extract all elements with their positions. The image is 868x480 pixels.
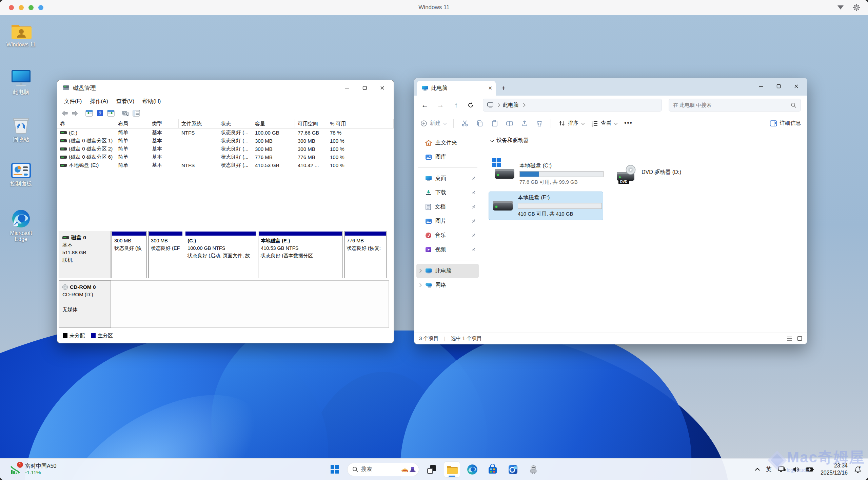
sidebar-item-gallery[interactable]: 图库 — [416, 150, 479, 164]
pane-splitter[interactable] — [57, 169, 394, 226]
console-tree-icon[interactable] — [85, 110, 93, 117]
volume-icon[interactable] — [792, 466, 800, 473]
sidebar-item-desktop[interactable]: 桌面 — [416, 171, 479, 185]
network-icon[interactable] — [778, 466, 786, 473]
sidebar-item-downloads[interactable]: 下载 — [416, 185, 479, 200]
partition-recovery-2[interactable]: 776 MB状态良好 (恢复: — [344, 231, 387, 278]
nav-forward-icon[interactable]: → — [436, 101, 445, 109]
sidebar-item-documents[interactable]: 文档 — [416, 200, 479, 214]
expand-chevron-icon[interactable] — [418, 269, 421, 273]
partition-recovery-1[interactable]: 300 MB状态良好 (恢 — [112, 231, 146, 278]
tab-this-pc[interactable]: 此电脑 ✕ — [417, 81, 496, 96]
col-volume[interactable]: 卷 — [57, 119, 115, 128]
details-pane-button[interactable]: 详细信息 — [770, 120, 801, 127]
menu-help[interactable]: 帮助(H) — [139, 97, 164, 106]
drive-dvd-item[interactable]: DVD DVD 驱动器 (D:) — [612, 161, 714, 185]
minimize-button[interactable] — [752, 79, 770, 93]
col-status[interactable]: 状态 — [218, 119, 252, 128]
volume-row[interactable]: (磁盘 0 磁盘分区 2) 简单基本状态良好 (...300 MB300 MB1… — [57, 145, 394, 153]
thumbnail-view-toggle-icon[interactable] — [797, 336, 802, 341]
tab-close-icon[interactable]: ✕ — [488, 85, 492, 91]
menu-file[interactable]: 文件(F) — [61, 97, 85, 106]
maximize-button[interactable] — [770, 79, 787, 93]
forward-arrow-icon[interactable] — [72, 111, 78, 116]
start-button[interactable] — [327, 462, 342, 477]
desktop-icon-edge[interactable]: Microsoft Edge — [4, 209, 38, 249]
col-free[interactable]: 可用空间 — [295, 119, 327, 128]
menu-view[interactable]: 查看(V) — [113, 97, 138, 106]
new-tab-button[interactable]: + — [498, 82, 509, 94]
rename-icon[interactable] — [506, 120, 513, 127]
delete-icon[interactable] — [536, 120, 543, 127]
taskbar-search-box[interactable]: 搜索 — [347, 463, 419, 476]
col-percent-free[interactable]: % 可用 — [327, 119, 357, 128]
desktop-icon-windows11-folder[interactable]: Windows 11 — [4, 22, 38, 62]
back-arrow-icon[interactable] — [61, 111, 68, 116]
volume-row[interactable]: (C:) 简单基本NTFS状态良好 (...100.00 GB77.66 GB7… — [57, 128, 394, 137]
file-explorer-taskbar-button[interactable] — [444, 462, 460, 477]
sidebar-item-music[interactable]: 音乐 — [416, 228, 479, 242]
expand-chevron-icon[interactable] — [418, 283, 421, 287]
nav-up-icon[interactable]: ↑ — [452, 101, 460, 109]
task-view-button[interactable] — [424, 462, 439, 477]
col-capacity[interactable]: 容量 — [252, 119, 295, 128]
volume-row[interactable]: 本地磁盘 (E:) 简单基本NTFS状态良好 (...410.53 GB410.… — [57, 161, 394, 169]
desktop-icon-this-pc[interactable]: 此电脑 — [4, 69, 38, 109]
disk0-info-panel[interactable]: 磁盘 0 基本 511.88 GB 联机 — [59, 231, 111, 278]
partition-e[interactable]: 本地磁盘 (E:)410.53 GB NTFS状态良好 (基本数据分区 — [258, 231, 342, 278]
app-taskbar-button[interactable] — [526, 462, 541, 477]
sort-button[interactable]: 排序 — [558, 120, 584, 127]
new-button[interactable]: 新建 — [420, 120, 446, 127]
nav-back-icon[interactable]: ← — [420, 101, 429, 109]
drive-e-item[interactable]: 本地磁盘 (E:) 410 GB 可用, 共 410 GB — [489, 192, 603, 220]
col-type[interactable]: 类型 — [149, 119, 179, 128]
sidebar-item-home[interactable]: 主文件夹 — [416, 136, 479, 150]
vm-menu-triangle-icon[interactable] — [837, 5, 844, 9]
col-layout[interactable]: 布局 — [115, 119, 149, 128]
volume-row[interactable]: (磁盘 0 磁盘分区 1) 简单基本状态良好 (...300 MB300 MB1… — [57, 137, 394, 145]
store-taskbar-button[interactable] — [485, 462, 500, 477]
share-icon[interactable] — [521, 120, 528, 127]
sidebar-item-network[interactable]: 网络 — [416, 278, 479, 292]
edge-taskbar-button[interactable] — [465, 462, 480, 477]
minimize-button[interactable] — [338, 81, 356, 94]
properties-list-icon[interactable] — [133, 110, 140, 117]
close-button[interactable] — [373, 81, 391, 94]
vm-settings-gear-icon[interactable] — [852, 3, 861, 12]
taskbar-clock[interactable]: 23:34 2025/12/16 — [821, 462, 848, 477]
breadcrumb-this-pc[interactable]: 此电脑 — [503, 102, 519, 109]
close-button[interactable] — [787, 79, 805, 93]
disk-management-titlebar[interactable]: 磁盘管理 — [57, 80, 394, 96]
desktop-icon-recycle-bin[interactable]: 回收站 — [4, 116, 38, 156]
input-language-indicator[interactable]: 英 — [766, 465, 772, 473]
partition-c[interactable]: (C:)100.00 GB NTFS状态良好 (启动, 页面文件, 故 — [185, 231, 256, 278]
list-view-toggle-icon[interactable] — [787, 336, 792, 341]
collapse-chevron-icon[interactable] — [490, 138, 494, 142]
volume-row[interactable]: (磁盘 0 磁盘分区 6) 简单基本状态良好 (...776 MB776 MB1… — [57, 153, 394, 161]
sidebar-item-pictures[interactable]: 图片 — [416, 214, 479, 228]
menu-action[interactable]: 操作(A) — [86, 97, 111, 106]
notification-bell-icon[interactable]: z — [854, 465, 862, 474]
cdrom-info-panel[interactable]: CD-ROM 0 CD-ROM (D:) 无媒体 — [59, 280, 111, 328]
address-bar[interactable]: 此电脑 — [483, 99, 662, 112]
nav-refresh-icon[interactable] — [467, 102, 476, 108]
sidebar-item-videos[interactable]: 视频 — [416, 242, 479, 257]
sidebar-item-this-pc[interactable]: 此电脑 — [416, 264, 479, 278]
view-button[interactable]: 查看 — [591, 120, 617, 127]
cut-icon[interactable] — [461, 120, 469, 127]
help-icon[interactable]: ? — [96, 110, 104, 117]
partition-efi[interactable]: 300 MB状态良好 (EF — [148, 231, 183, 278]
battery-icon[interactable] — [806, 467, 814, 472]
drive-c-item[interactable]: 本地磁盘 (C:) 77.6 GB 可用, 共 99.9 GB — [490, 160, 605, 188]
desktop-icon-control-panel[interactable]: 控制面板 — [4, 162, 38, 202]
search-box[interactable]: 在 此电脑 中搜索 — [669, 99, 801, 112]
copy-icon[interactable] — [476, 120, 484, 127]
more-options-icon[interactable]: ••• — [624, 120, 633, 127]
tray-overflow-chevron-icon[interactable] — [755, 468, 760, 473]
col-filesystem[interactable]: 文件系统 — [179, 119, 218, 128]
paste-icon[interactable] — [491, 120, 498, 127]
maximize-button[interactable] — [356, 81, 373, 94]
section-devices-and-drives[interactable]: 设备和驱动器 — [490, 137, 807, 144]
popup-magnifier-icon[interactable] — [122, 110, 129, 117]
widgets-button[interactable]: 1 富时中国A50 -1.11% — [6, 461, 60, 477]
